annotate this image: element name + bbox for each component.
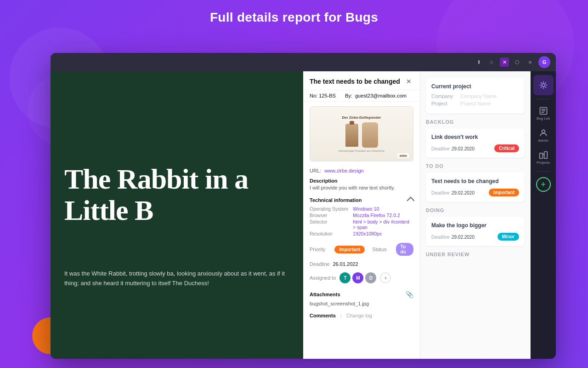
chevron-up-icon	[407, 197, 415, 205]
card-deadline: Deadline 29.02.2020	[431, 232, 475, 241]
status-badge: To do	[396, 243, 413, 256]
tech-browser-val: Mozzila Firefox 72.0.2	[353, 213, 413, 218]
svg-rect-3	[539, 153, 543, 158]
sidebar-icon-projects[interactable]: Projects	[533, 147, 554, 167]
product-bottle	[345, 124, 358, 147]
brand-badge: zirbe	[397, 153, 409, 158]
priority-label: Priority	[310, 247, 325, 252]
kanban-backlog-section: BACKLOG Link doesn't work Deadline 29.02…	[426, 119, 525, 158]
backlog-title: BACKLOG	[426, 119, 525, 125]
screenshot-mockup: Der Zirbe-Duftspender Hochwertige Produk…	[310, 107, 413, 161]
projects-label: Projects	[537, 161, 550, 165]
browser-content: The Rabbit in a Little B It was the Whit…	[51, 71, 556, 359]
svg-point-2	[542, 130, 545, 133]
kanban-card-text: Text needs to be changed Deadline 29.02.…	[426, 172, 525, 202]
assignee-avatar-m: M	[352, 272, 363, 283]
project-value: Project Name	[460, 101, 491, 106]
kanban-panel: Current project Company Company Name Pro…	[420, 71, 531, 359]
attachments-row: Attachments 📎	[303, 287, 420, 300]
tech-resolution-key: Resolution	[310, 231, 348, 236]
tech-selector-key: Selector	[310, 219, 348, 230]
comments-row: Comments | Change log	[303, 309, 420, 322]
add-assignee-button[interactable]: +	[380, 272, 391, 283]
company-field: Company Company Name	[431, 93, 519, 99]
sidebar-icon-bug[interactable]	[533, 75, 554, 95]
right-sidebar: Bug List Admin Projects	[531, 71, 556, 359]
tech-browser-key: Browser	[310, 213, 348, 218]
sidebar-icon-buglist[interactable]: Bug List	[533, 103, 554, 123]
browser-chrome: ⬆ ☆ ✕ ⬡ ≡ G	[51, 53, 556, 71]
kanban-doing-section: DOING Make the logo bigger Deadline 29.0…	[426, 207, 525, 246]
svg-rect-4	[544, 151, 547, 158]
deadline-label: Deadline	[310, 261, 329, 267]
bug-panel-header: The text needs to be changed ✕	[303, 71, 420, 90]
website-preview: The Rabbit in a Little B It was the Whit…	[51, 71, 303, 359]
doing-title: DOING	[426, 207, 525, 213]
puzzle-icon[interactable]: ⬡	[513, 58, 522, 67]
card-title: Make the logo bigger	[431, 222, 519, 229]
project-card: Current project Company Company Name Pro…	[426, 78, 525, 114]
star-icon[interactable]: ☆	[487, 58, 496, 67]
card-badge-important: Important	[489, 189, 519, 196]
project-field: Project Project Name	[431, 101, 519, 106]
admin-label: Admin	[538, 138, 548, 143]
company-label: Company	[431, 93, 457, 99]
assigned-row: Assigned to T M D +	[303, 269, 420, 287]
bug-meta: No: 125-BS By: guest23@mailbox.com	[303, 90, 420, 102]
attachments-label: Attachments	[310, 292, 340, 297]
comments-label: Comments	[310, 313, 336, 318]
product-wood	[362, 122, 378, 148]
card-title: Link doesn't work	[431, 134, 519, 140]
card-footer: Deadline 29.02.2020 Minor	[431, 232, 519, 241]
url-label: URL:	[310, 168, 321, 173]
attachment-file[interactable]: bugshot_screenshot_1.jpg	[303, 300, 420, 309]
url-value[interactable]: www.zirbe.design	[324, 168, 364, 173]
deadline-value: 26.01.2022	[333, 261, 358, 267]
tech-info-toggle[interactable]: Technical information	[303, 193, 420, 206]
assignee-avatars: T M D	[339, 272, 376, 283]
sidebar-divider-2	[537, 171, 550, 172]
bug-url-row: URL: www.zirbe.design	[303, 166, 420, 175]
tech-os-key: Operating System	[310, 206, 348, 212]
deadline-row: Deadline 26.01.2022	[303, 259, 420, 269]
project-label: Project	[431, 101, 457, 106]
tech-info-label: Technical information	[310, 197, 362, 203]
svg-point-0	[542, 84, 545, 87]
assigned-label: Assigned to	[310, 275, 336, 281]
kanban-todo-section: TO DO Text needs to be changed Deadline …	[426, 163, 525, 202]
description-text: I will provide you with new text shortly…	[310, 185, 413, 190]
card-badge-critical: Critical	[494, 144, 519, 152]
description-label: Description	[310, 178, 413, 184]
share-icon[interactable]: ⬆	[474, 58, 483, 67]
screenshot-small-text: Hochwertige Produkte aus Zirbenholz	[339, 150, 384, 152]
changelog-link[interactable]: Change log	[346, 313, 372, 318]
menu-icon[interactable]: ≡	[526, 58, 535, 67]
user-avatar[interactable]: G	[538, 56, 550, 68]
card-footer: Deadline 29.02.2020 Important	[431, 188, 519, 196]
add-item-button[interactable]: +	[536, 177, 551, 192]
project-card-title: Current project	[431, 83, 519, 90]
website-heading: The Rabbit in a Little B	[64, 163, 303, 226]
tech-os-val: Windows 10	[353, 206, 413, 212]
priority-badge: Important	[334, 246, 365, 253]
card-deadline: Deadline 29.02.2020	[431, 144, 475, 152]
card-badge-minor: Minor	[498, 233, 519, 241]
card-deadline: Deadline 29.02.2020	[431, 188, 475, 196]
priority-status-row: Priority Important Status To do	[303, 239, 420, 259]
product-title: Der Zirbe-Duftspender	[342, 115, 381, 120]
bug-screenshot: Der Zirbe-Duftspender Hochwertige Produk…	[310, 106, 413, 161]
sidebar-icon-admin[interactable]: Admin	[533, 125, 554, 145]
company-value: Company Name	[460, 93, 497, 99]
kanban-review-section: UNDER REVIEW	[426, 252, 525, 257]
close-bug-panel-button[interactable]: ✕	[404, 77, 413, 86]
tech-resolution-val: 1920x1080px	[353, 231, 413, 236]
browser-window: ⬆ ☆ ✕ ⬡ ≡ G The Rabbit in a Little B It …	[51, 53, 556, 359]
kanban-card-logo: Make the logo bigger Deadline 29.02.2020…	[426, 217, 525, 246]
bug-description: Description I will provide you with new …	[303, 175, 420, 193]
buglist-label: Bug List	[537, 116, 550, 121]
assignee-avatar-t: T	[339, 272, 351, 283]
extension-icon[interactable]: ✕	[500, 58, 509, 67]
status-label: Status	[372, 247, 386, 252]
assignee-avatar-d: D	[365, 272, 376, 283]
divider: |	[340, 313, 342, 318]
